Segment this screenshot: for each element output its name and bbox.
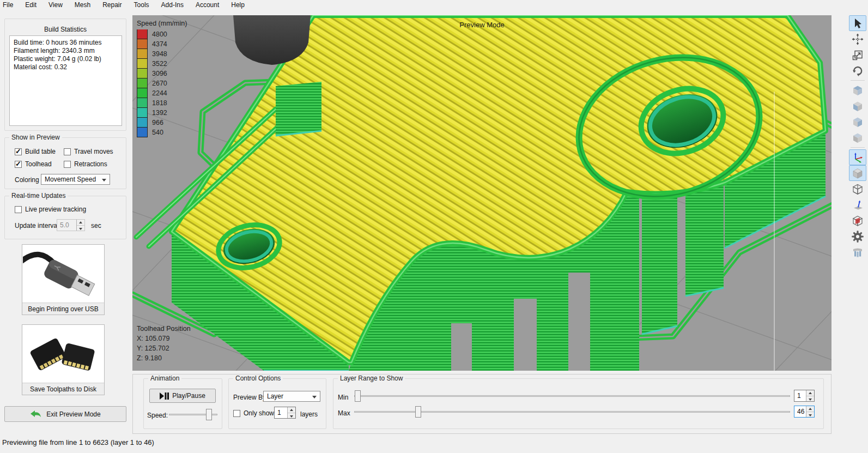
stat-plastic-weight: Plastic weight: 7.04 g (0.02 lb) [14, 55, 118, 63]
speed-legend: Speed (mm/min) 4800 4374 3948 3522 3096 … [137, 20, 187, 137]
toolhead-label: Toolhead [25, 160, 52, 168]
live-preview-label: Live preview tracking [25, 206, 86, 213]
build-statistics-group: Build Statistics Build time: 0 hours 36 … [4, 19, 126, 131]
retractions-label: Retractions [74, 160, 107, 168]
wireframe-cube-icon [852, 183, 864, 195]
view-cube-icon [852, 116, 864, 128]
menu-view[interactable]: View [43, 0, 69, 10]
solid-render-tool[interactable] [849, 165, 866, 181]
preview-mode-label: Preview Mode [132, 21, 831, 29]
scale-icon [852, 49, 864, 61]
surface-normals-tool[interactable] [849, 197, 866, 213]
view-cube-icon [852, 132, 864, 144]
view-side-cube[interactable] [849, 130, 866, 146]
toolhead-checkbox[interactable] [15, 161, 22, 168]
menu-mesh[interactable]: Mesh [69, 0, 96, 10]
min-slider-track[interactable] [354, 395, 790, 397]
menu-file[interactable]: File [0, 0, 19, 10]
only-show-checkbox[interactable] [233, 410, 240, 417]
checkbox-travel-moves[interactable]: Travel moves [64, 148, 113, 155]
select-tool[interactable] [849, 15, 866, 31]
layers-label: layers [300, 410, 318, 418]
retractions-checkbox[interactable] [64, 161, 71, 168]
max-slider-thumb[interactable] [415, 406, 421, 418]
show-in-preview-title: Show in Preview [9, 134, 62, 141]
layer-min-slider[interactable] [354, 390, 790, 402]
checkbox-retractions[interactable]: Retractions [64, 160, 107, 168]
right-toolbar [848, 15, 867, 260]
stat-filament-length: Filament length: 2340.3 mm [14, 47, 118, 55]
animation-speed-slider[interactable] [169, 409, 217, 420]
menu-repair[interactable]: Repair [96, 0, 128, 10]
legend-swatch [137, 78, 148, 88]
menu-tools[interactable]: Tools [128, 0, 155, 10]
travel-moves-label: Travel moves [74, 148, 113, 155]
preview-by-label: Preview By [233, 394, 266, 401]
min-label: Min [338, 394, 348, 401]
legend-value: 2670 [152, 80, 167, 87]
max-label: Max [338, 409, 350, 417]
build-statistics-title: Build Statistics [5, 26, 126, 33]
menu-account[interactable]: Account [190, 0, 225, 10]
settings-gear-tool[interactable] [849, 228, 866, 244]
view-default-cube[interactable] [849, 82, 866, 98]
scale-tool[interactable] [849, 47, 866, 63]
exit-preview-mode-button[interactable]: Exit Preview Mode [4, 406, 126, 422]
menu-edit[interactable]: Edit [19, 0, 43, 10]
support-structures-tool[interactable] [849, 244, 866, 260]
view-front-cube[interactable] [849, 114, 866, 130]
legend-swatch [137, 108, 148, 118]
play-pause-button[interactable]: Play/Pause [149, 389, 216, 403]
solid-cube-icon [852, 167, 864, 179]
exit-button-label: Exit Preview Mode [46, 410, 100, 418]
coloring-value: Movement Speed [45, 176, 96, 183]
rotate-tool[interactable] [849, 63, 866, 78]
checkbox-toolhead[interactable]: Toolhead [15, 160, 52, 168]
preview-3d-viewport[interactable]: Speed (mm/min) 4800 4374 3948 3522 3096 … [132, 15, 831, 371]
travel-moves-checkbox[interactable] [64, 148, 71, 155]
checkbox-live-preview[interactable]: Live preview tracking [15, 206, 86, 213]
layer-min-spinner[interactable]: 1 [794, 390, 815, 402]
layers-spinner-arrows[interactable] [287, 407, 295, 418]
max-value: 46 [794, 406, 806, 417]
live-preview-checkbox[interactable] [15, 206, 22, 213]
legend-value: 966 [152, 119, 163, 126]
supports-icon [852, 246, 864, 258]
speed-label: Speed: [147, 412, 168, 419]
wireframe-render-tool[interactable] [849, 181, 866, 197]
view-cube-icon [852, 84, 864, 96]
min-slider-thumb[interactable] [355, 390, 361, 402]
legend-value: 1392 [152, 109, 167, 117]
update-interval-arrows [76, 220, 84, 231]
layer-max-spinner[interactable]: 46 [794, 406, 815, 418]
print-column [276, 82, 321, 136]
save-toolpaths-button[interactable]: Save Toolpaths to Disk [22, 324, 105, 395]
legend-value: 4800 [152, 31, 167, 38]
preview-sidebar: Build Statistics Build time: 0 hours 36 … [4, 14, 126, 432]
preview-by-dropdown[interactable]: Layer [263, 391, 320, 402]
only-show-layers-spinner[interactable]: 1 [274, 407, 296, 419]
legend-value: 2244 [152, 89, 167, 97]
min-spinner-arrows[interactable] [806, 390, 814, 401]
view-top-cube[interactable] [849, 98, 866, 114]
status-text: Previewing file from line 1 to 6623 (lay… [2, 438, 154, 446]
layer-max-slider[interactable] [354, 406, 790, 418]
checkbox-build-table[interactable]: Build table [15, 148, 56, 155]
sd-cards-image [22, 325, 104, 383]
cross-section-tool[interactable] [849, 213, 866, 228]
menu-addins[interactable]: Add-Ins [155, 0, 190, 10]
begin-printing-usb-button[interactable]: Begin Printing over USB [22, 244, 105, 315]
chevron-down-icon [312, 396, 317, 398]
coloring-label: Coloring [15, 176, 39, 184]
menu-help[interactable]: Help [225, 0, 251, 10]
move-tool[interactable] [849, 31, 866, 47]
status-bar: Previewing file from line 1 to 6623 (lay… [0, 435, 868, 453]
legend-value: 3096 [152, 70, 167, 77]
build-table-checkbox[interactable] [15, 148, 22, 155]
max-spinner-arrows[interactable] [806, 406, 814, 417]
only-show-row[interactable]: Only show [233, 409, 274, 417]
show-axes-tool[interactable] [849, 149, 866, 165]
coloring-dropdown[interactable]: Movement Speed [41, 174, 110, 185]
speed-slider-thumb[interactable] [206, 409, 212, 420]
legend-value: 3948 [152, 50, 167, 58]
